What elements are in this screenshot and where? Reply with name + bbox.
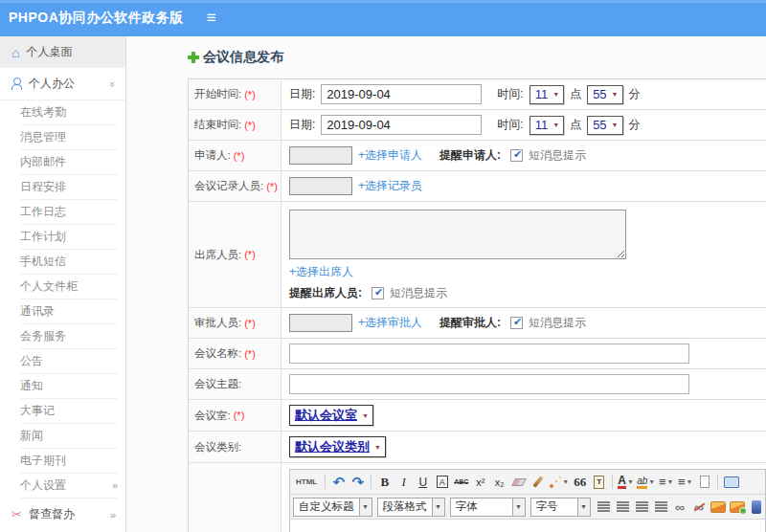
insert-link-button[interactable]: ∞ xyxy=(672,498,688,517)
recorder-input[interactable] xyxy=(289,177,352,195)
italic-button[interactable]: I xyxy=(395,473,412,492)
sidebar-item[interactable]: 电子期刊 xyxy=(20,449,118,474)
applicant-input[interactable] xyxy=(289,146,352,165)
sidebar-item[interactable]: 消息管理 xyxy=(20,125,118,150)
quick-format-button[interactable]: ▼ xyxy=(549,473,569,492)
end-date-input[interactable] xyxy=(321,115,482,135)
html-source-button[interactable]: HTML xyxy=(293,473,320,492)
scissors-icon: ✂ xyxy=(11,508,22,521)
meeting-form: 开始时间: (*) 日期: 时间: 11 ▼ 点 55 xyxy=(188,78,766,532)
sidebar-item-supervision[interactable]: ✂ 督查督办 » xyxy=(0,499,125,530)
main-content: 会议信息发布 开始时间: (*) 日期: 时间: 11 ▼ xyxy=(126,36,766,532)
select-approver-link[interactable]: +选择审批人 xyxy=(358,315,422,331)
meeting-room-select[interactable]: 默认会议室 ▼ xyxy=(289,405,373,426)
field-label: 开始时间: (*) xyxy=(189,79,282,109)
new-page-button[interactable] xyxy=(696,473,712,492)
justify-button[interactable] xyxy=(653,498,669,517)
chevron-down-icon: ▼ xyxy=(552,122,559,128)
unlink-button[interactable]: ∞ xyxy=(691,498,708,517)
underline-button[interactable]: U xyxy=(415,473,431,492)
sidebar-item[interactable]: 通知 xyxy=(20,374,118,399)
sidebar-item[interactable]: 大事记 xyxy=(20,399,118,424)
chevron-down-icon: ▼ xyxy=(627,478,634,485)
sms-label: 短消息提示 xyxy=(390,285,447,301)
unordered-list-button[interactable]: ≡▼ xyxy=(677,473,693,492)
minute-unit: 分 xyxy=(629,86,641,102)
insert-image-button[interactable] xyxy=(730,498,746,517)
superscript-button[interactable]: x² xyxy=(472,473,488,492)
required-mark: (*) xyxy=(244,318,256,329)
align-right-button[interactable] xyxy=(634,498,650,517)
paste-button[interactable]: T xyxy=(591,473,607,492)
sidebar-item[interactable]: 手机短信 xyxy=(20,250,118,275)
chevron-down-icon: ▼ xyxy=(612,91,619,98)
select-recorder-link[interactable]: +选择记录员 xyxy=(358,178,422,194)
highlight-color-button[interactable]: ab▼ xyxy=(637,473,655,492)
format-brush-button[interactable] xyxy=(529,473,546,492)
sidebar-item[interactable]: 日程安排 xyxy=(20,175,118,200)
sidebar-item-personal-desktop[interactable]: ⌂ 个人桌面 xyxy=(0,36,125,68)
approver-input[interactable] xyxy=(289,314,352,332)
sidebar-item[interactable]: 在线考勤 xyxy=(20,100,118,125)
applicant-sms-checkbox[interactable]: ✔ xyxy=(510,149,523,162)
start-date-input[interactable] xyxy=(321,84,482,104)
end-minute-select[interactable]: 55 ▼ xyxy=(587,116,622,135)
meeting-subject-input[interactable] xyxy=(289,374,689,394)
home-icon: ⌂ xyxy=(11,46,19,59)
bold-button[interactable]: B xyxy=(376,473,393,492)
font-family-select[interactable]: 字体 ▼ xyxy=(450,498,526,517)
sidebar-item[interactable]: 工作计划 xyxy=(20,225,118,250)
align-left-button[interactable] xyxy=(596,498,612,517)
sidebar-item[interactable]: 会务服务 xyxy=(20,324,118,349)
font-color-button[interactable]: A▼ xyxy=(618,473,634,492)
paragraph-format-select[interactable]: 段落格式 ▼ xyxy=(377,498,445,517)
chevron-down-icon: ▼ xyxy=(359,499,372,516)
sidebar-item-personal-settings[interactable]: 个人设置 » xyxy=(20,474,118,499)
font-style-button[interactable]: A xyxy=(437,476,448,488)
sidebar-item[interactable]: 个人文件柜 xyxy=(20,275,118,299)
attendees-textarea[interactable] xyxy=(289,210,626,259)
start-minute-select[interactable]: 55 ▼ xyxy=(587,85,622,104)
select-attendee-link[interactable]: +选择出席人 xyxy=(289,264,353,280)
image-button[interactable] xyxy=(710,498,727,517)
app-window: PHPOA协同办公软件政务版 ≡ ⌂ 个人桌面 个人办公 » 在线考勤 消息管理… xyxy=(0,0,766,532)
rich-text-editor: HTML ↶ ↷ B I U A ABC x² xyxy=(289,469,766,532)
end-hour-select[interactable]: 11 ▼ xyxy=(529,116,564,135)
approver-sms-checkbox[interactable]: ✔ xyxy=(510,317,523,329)
chevron-double-right-icon: » xyxy=(110,509,116,521)
heading-select[interactable]: 自定义标题 ▼ xyxy=(293,498,372,517)
clipboard-icon: T xyxy=(594,476,604,489)
remove-format-button[interactable] xyxy=(510,473,527,492)
check-icon: ✔ xyxy=(374,287,383,298)
fullscreen-button[interactable] xyxy=(723,473,739,492)
sidebar-item[interactable]: 工作日志 xyxy=(20,200,118,225)
meeting-name-input[interactable] xyxy=(289,344,689,364)
sidebar-item[interactable]: 公告 xyxy=(20,349,118,374)
sidebar-item-personal-office[interactable]: 个人办公 » xyxy=(0,68,125,100)
media-button[interactable] xyxy=(749,498,765,517)
hamburger-menu-icon[interactable]: ≡ xyxy=(207,9,216,28)
sidebar-item[interactable]: 通讯录 xyxy=(20,299,118,324)
sidebar-item[interactable]: 内部邮件 xyxy=(20,150,118,175)
blockquote-button[interactable]: 66 xyxy=(572,473,588,492)
select-applicant-link[interactable]: +选择申请人 xyxy=(358,147,422,164)
toolbar-separator xyxy=(325,475,326,489)
editor-content-area[interactable] xyxy=(290,520,765,532)
subscript-button[interactable]: x₂ xyxy=(491,473,507,492)
start-hour-select[interactable]: 11 ▼ xyxy=(529,85,564,104)
remind-attendee-label: 提醒出席人员: xyxy=(289,285,362,301)
editor-toolbar-row2: 自定义标题 ▼ 段落格式 ▼ 字体 ▼ xyxy=(290,495,765,520)
sidebar-item[interactable]: 新闻 xyxy=(20,424,118,449)
hour-unit: 点 xyxy=(570,117,581,133)
topbar: PHPOA协同办公软件政务版 ≡ xyxy=(0,0,766,36)
attendee-sms-checkbox[interactable]: ✔ xyxy=(372,287,384,299)
undo-button[interactable]: ↶ xyxy=(330,473,347,492)
chevron-down-icon: ▼ xyxy=(577,499,590,516)
font-size-select[interactable]: 字号 ▼ xyxy=(530,498,591,517)
align-center-button[interactable] xyxy=(615,498,631,517)
ordered-list-button[interactable]: ≡▼ xyxy=(658,473,674,492)
strikethrough-button[interactable]: ABC xyxy=(453,473,469,492)
add-icon xyxy=(188,52,199,63)
meeting-category-select[interactable]: 默认会议类别 ▼ xyxy=(289,436,386,457)
redo-button[interactable]: ↷ xyxy=(349,473,366,492)
